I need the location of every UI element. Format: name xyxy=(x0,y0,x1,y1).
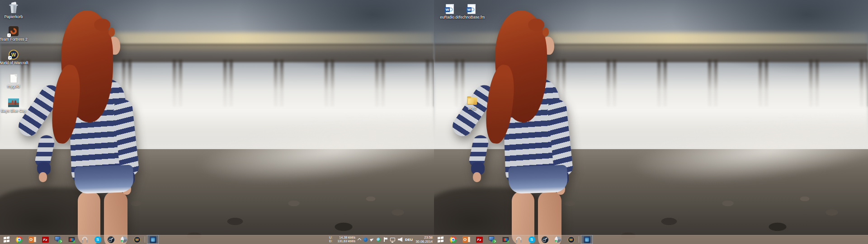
daemon-tools-icon xyxy=(555,236,561,243)
chrome-icon xyxy=(450,236,457,243)
tray-expand-chevron-icon[interactable] xyxy=(358,238,361,242)
desktop-icon-image-file[interactable]: Bays Blue Cay xyxy=(0,95,27,113)
image-thumbnail-icon xyxy=(8,98,19,108)
taskbar-headset-button[interactable] xyxy=(79,235,90,244)
girl-hair-bun xyxy=(528,19,544,31)
taskbar-app-area: O Fz S W xyxy=(434,235,593,244)
taskbar: O Fz S W xyxy=(434,235,868,244)
tray-globe-icon[interactable] xyxy=(377,238,381,242)
windows-logo-icon xyxy=(4,236,10,242)
filezilla-icon: Fz xyxy=(476,237,483,243)
shortcut-arrow-icon: ↗ xyxy=(8,56,12,60)
start-button[interactable] xyxy=(2,235,12,244)
folder-icon xyxy=(467,98,477,105)
girl-hand xyxy=(473,172,481,182)
steam-icon xyxy=(542,236,548,243)
taskbar-remote-pc-button[interactable] xyxy=(52,235,64,244)
netspeed-upload-label: U: xyxy=(329,236,332,240)
taskbar-filezilla-button[interactable]: Fz xyxy=(39,235,51,244)
desktop-icon-label: Team Fortress 2 xyxy=(0,37,28,42)
team-fortress-2-icon: ↗ xyxy=(9,26,19,36)
girl-hair-bun xyxy=(94,19,110,31)
desktop-icon-label: word xyxy=(468,106,476,111)
outlook-icon: O xyxy=(462,236,470,243)
windows-logo-icon xyxy=(438,236,444,242)
world-of-warcraft-icon: W xyxy=(134,236,141,243)
taskbar-skype-button[interactable]: S xyxy=(526,235,538,244)
screen-capture-icon xyxy=(502,237,509,242)
desktop-icon-label: Bays Blue Cay xyxy=(1,108,26,113)
girl-hair-curl xyxy=(542,28,549,37)
headset-icon xyxy=(82,237,88,243)
taskbar-daemon-tools-button[interactable] xyxy=(118,235,130,244)
recycle-bin-icon xyxy=(9,2,18,14)
steam-icon xyxy=(108,236,114,243)
taskbar-wow-button[interactable]: W xyxy=(565,235,577,244)
wow-w-glyph: W xyxy=(11,52,16,57)
monitor-left: Papierkorb ↗ Team Fortress 2 W ↗ World o… xyxy=(0,0,434,244)
language-indicator[interactable]: DEU xyxy=(405,238,413,242)
desktop-icon-label: World of Warcraft xyxy=(0,61,28,65)
skype-icon: S xyxy=(94,236,101,243)
taskbar: O Fz S W xyxy=(0,235,434,244)
network-status-icon[interactable] xyxy=(390,238,395,241)
image-viewer-icon xyxy=(150,236,156,243)
desktop-icon-team-fortress-2[interactable]: ↗ Team Fortress 2 xyxy=(0,23,27,42)
taskbar-separator xyxy=(145,236,145,243)
taskbar-steam-button[interactable] xyxy=(105,235,117,244)
desktop-icon-recycle-bin[interactable]: Papierkorb xyxy=(0,1,27,19)
wallpaper-girl xyxy=(32,7,158,244)
taskbar-screen-capture-button[interactable] xyxy=(500,235,511,244)
screen-capture-icon xyxy=(68,237,75,242)
filezilla-icon: Fz xyxy=(42,237,49,243)
girl-denim-shorts xyxy=(508,165,568,194)
text-file-icon xyxy=(10,74,17,83)
taskbar-daemon-tools-button[interactable] xyxy=(552,235,564,244)
remote-pc-icon xyxy=(55,236,62,243)
word-document-icon: W xyxy=(446,4,454,14)
taskbar-skype-button[interactable]: S xyxy=(92,235,104,244)
taskbar-separator xyxy=(579,236,579,243)
taskbar-steam-button[interactable] xyxy=(539,235,551,244)
girl-hand xyxy=(39,172,47,182)
wallpaper xyxy=(0,0,434,244)
headset-icon xyxy=(516,237,522,243)
desktop-icon-world-of-warcraft[interactable]: W ↗ World of Warcraft xyxy=(0,47,27,65)
action-center-flag-icon[interactable] xyxy=(383,237,387,242)
girl-hair-curl xyxy=(108,28,115,37)
skype-icon: S xyxy=(528,236,535,243)
desktop-icon-label: euRadio.de xyxy=(440,15,459,19)
netspeed-download-value: 131,63 kbit/s xyxy=(337,239,355,244)
taskbar-headset-button[interactable] xyxy=(513,235,524,244)
desktop-icon-text-file[interactable]: mygold xyxy=(0,70,27,89)
tray-send-arrow-icon[interactable] xyxy=(370,237,374,241)
desktop-icon-folder-word[interactable]: word xyxy=(460,93,484,111)
taskbar-chrome-button[interactable] xyxy=(447,235,459,244)
netspeed-monitor[interactable]: U: 14,38 kbit/s D: 131,63 kbit/s xyxy=(329,236,355,244)
taskbar-remote-pc-button[interactable] xyxy=(486,235,498,244)
tray-app-icon[interactable] xyxy=(363,238,368,242)
taskbar-screen-capture-button[interactable] xyxy=(66,235,77,244)
taskbar-chrome-button[interactable] xyxy=(13,235,25,244)
volume-icon[interactable] xyxy=(398,237,402,242)
word-document-icon: W xyxy=(467,4,476,14)
desktop-icon-label: mygold xyxy=(7,84,19,89)
taskbar-outlook-button[interactable]: O xyxy=(460,235,472,244)
clock-date: 30.06.2014 xyxy=(415,239,433,244)
start-button[interactable] xyxy=(436,235,446,244)
taskbar-filezilla-button[interactable]: Fz xyxy=(473,235,485,244)
daemon-tools-icon xyxy=(121,236,127,243)
image-viewer-icon xyxy=(584,236,590,243)
taskbar-wow-button[interactable]: W xyxy=(131,235,143,244)
taskbar-outlook-button[interactable]: O xyxy=(26,235,38,244)
outlook-icon: O xyxy=(28,236,36,243)
netspeed-upload-value: 14,38 kbit/s xyxy=(339,236,355,240)
taskbar-image-viewer-active-button[interactable] xyxy=(581,235,593,244)
taskbar-image-viewer-active-button[interactable] xyxy=(147,235,159,244)
desktop-icon-doc-technobase[interactable]: W TechnoBase.fm xyxy=(460,1,483,19)
clock[interactable]: 23:58 30.06.2014 xyxy=(415,235,433,244)
desktop-icon-label: Papierkorb xyxy=(4,14,23,19)
system-tray: U: 14,38 kbit/s D: 131,63 kbit/s DEU xyxy=(329,235,434,244)
desktop-icon-label: TechnoBase.fm xyxy=(458,15,485,19)
chrome-icon xyxy=(16,236,23,243)
